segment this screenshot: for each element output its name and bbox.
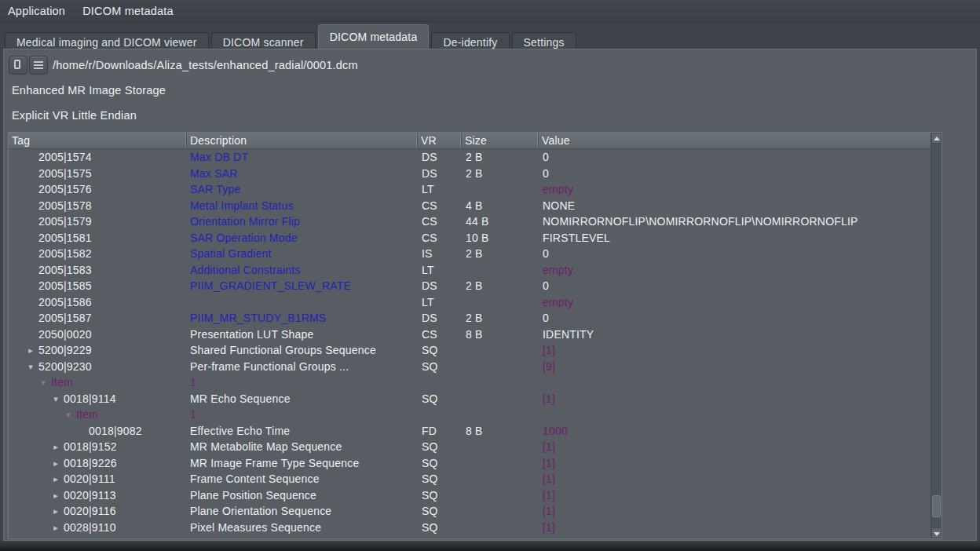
table-row[interactable]: 2005|1585 PIIM_GRADIENT_SLEW_RATE DS 2 B… bbox=[9, 278, 931, 294]
table-row[interactable]: ▾Item 1 bbox=[9, 374, 931, 391]
scrollbar-thumb[interactable] bbox=[932, 495, 941, 517]
menu-item-dicom-metadata[interactable]: DICOM metadata bbox=[82, 5, 174, 17]
description-cell: Spatial Gradient bbox=[187, 246, 418, 262]
description-cell: Presentation LUT Shape bbox=[187, 327, 418, 343]
tag-text: 2005|1581 bbox=[38, 230, 92, 246]
tag-cell: 2005|1583 bbox=[9, 262, 187, 279]
vr-cell: LT bbox=[418, 181, 462, 198]
description-cell: SAR Operation Mode bbox=[187, 230, 418, 246]
table-row[interactable]: 2005|1579 Orientation Mirror Flip CS 44 … bbox=[9, 213, 931, 230]
table-row[interactable]: ▸0018|9226 MR Image Frame Type Sequence … bbox=[9, 455, 931, 472]
expander-icon[interactable]: ▾ bbox=[48, 391, 64, 407]
size-cell: 8 B bbox=[462, 327, 539, 343]
table-row[interactable]: ▾Item 1 bbox=[9, 407, 931, 423]
tag-text: Item bbox=[76, 407, 98, 423]
size-cell: 2 B bbox=[462, 166, 539, 182]
vr-cell: DS bbox=[418, 310, 462, 327]
tab-dicom-metadata[interactable]: DICOM metadata bbox=[318, 24, 430, 49]
tag-text: 2005|1586 bbox=[38, 294, 92, 311]
table-row[interactable]: ▸0018|9152 MR Metabolite Map Sequence SQ… bbox=[9, 439, 931, 455]
value-cell: empty bbox=[539, 181, 931, 198]
table-row[interactable]: 2050|0020 Presentation LUT Shape CS 8 B … bbox=[9, 327, 931, 343]
size-cell: 10 B bbox=[462, 230, 539, 246]
description-cell: MR Metabolite Map Sequence bbox=[187, 439, 418, 455]
expander-icon[interactable]: ▸ bbox=[23, 342, 38, 359]
size-cell: 2 B bbox=[462, 278, 539, 294]
indent-spacer bbox=[23, 494, 48, 495]
description-cell: Max SAR bbox=[187, 166, 418, 182]
table-row[interactable]: 2005|1582 Spatial Gradient IS 2 B 0 bbox=[9, 246, 931, 262]
open-file-button[interactable] bbox=[9, 56, 27, 75]
indent-spacer bbox=[23, 398, 48, 399]
column-header-vr[interactable]: VR bbox=[418, 133, 462, 148]
value-cell: empty bbox=[539, 262, 931, 279]
column-header-size[interactable]: Size bbox=[462, 133, 539, 148]
column-header-tag[interactable]: Tag bbox=[9, 133, 187, 148]
table-row[interactable]: 2005|1587 PIIM_MR_STUDY_B1RMS DS 2 B 0 bbox=[9, 310, 931, 327]
table-row[interactable]: ▾0018|9114 MR Echo Sequence SQ [1] bbox=[9, 391, 931, 407]
vr-cell: LT bbox=[418, 294, 462, 311]
indent-spacer bbox=[23, 414, 60, 415]
value-cell: [1] bbox=[539, 487, 931, 504]
table-row[interactable]: 2005|1581 SAR Operation Mode CS 10 B FIR… bbox=[9, 230, 931, 246]
description-cell: Per-frame Functional Groups ... bbox=[187, 359, 418, 375]
value-cell: [9] bbox=[539, 359, 931, 375]
expander-icon[interactable]: ▾ bbox=[35, 374, 51, 391]
expander-icon[interactable]: ▸ bbox=[48, 503, 64, 520]
tag-cell: 2005|1581 bbox=[9, 230, 187, 246]
vr-cell: SQ bbox=[418, 342, 462, 359]
tag-text: 2005|1576 bbox=[38, 181, 92, 198]
indent-spacer bbox=[23, 479, 48, 480]
table-row[interactable]: 2005|1574 Max DB DT DS 2 B 0 bbox=[9, 149, 931, 166]
table-row[interactable]: 2005|1586 LT empty bbox=[9, 294, 931, 311]
table-row[interactable]: 0018|9082 Effective Echo Time FD 8 B 100… bbox=[9, 423, 931, 440]
vertical-scrollbar[interactable] bbox=[931, 133, 942, 538]
table-row[interactable]: ▸0028|9110 Pixel Measures Sequence SQ [1… bbox=[9, 520, 931, 536]
tag-cell: 2050|0020 bbox=[9, 327, 187, 343]
table-row[interactable]: 2005|1583 Additional Constraints LT empt… bbox=[9, 262, 931, 279]
description-cell: Max DB DT bbox=[187, 149, 418, 166]
expander-icon[interactable]: ▸ bbox=[48, 471, 64, 487]
tab-bar: Medical imaging and DICOM viewerDICOM sc… bbox=[5, 22, 975, 49]
vr-cell: LT bbox=[418, 262, 462, 279]
menu-item-application[interactable]: Application bbox=[8, 5, 65, 17]
description-cell bbox=[187, 294, 418, 311]
expander-icon[interactable]: ▸ bbox=[48, 455, 64, 472]
table-row[interactable]: ▸5200|9229 Shared Functional Groups Sequ… bbox=[9, 342, 931, 359]
table-row[interactable]: ▸0020|9116 Plane Orientation Sequence SQ… bbox=[9, 503, 931, 520]
description-cell: PIIM_GRADIENT_SLEW_RATE bbox=[187, 278, 418, 294]
value-cell: [1] bbox=[539, 342, 931, 359]
table-row[interactable]: ▾5200|9230 Per-frame Functional Groups .… bbox=[9, 359, 931, 375]
table-row[interactable]: 2005|1576 SAR Type LT empty bbox=[9, 181, 931, 198]
indent-spacer bbox=[23, 527, 48, 527]
description-cell: Effective Echo Time bbox=[187, 423, 418, 440]
tag-text: 0018|9152 bbox=[64, 439, 117, 455]
description-cell: 1 bbox=[187, 374, 418, 391]
table-row[interactable]: ▸0020|9111 Frame Content Sequence SQ [1] bbox=[9, 471, 931, 487]
description-cell: Pixel Measures Sequence bbox=[187, 520, 418, 536]
value-cell: FIRSTLEVEL bbox=[539, 230, 931, 246]
vr-cell: DS bbox=[418, 166, 462, 182]
scroll-down-button[interactable] bbox=[931, 527, 942, 538]
expander-icon[interactable]: ▸ bbox=[48, 520, 64, 536]
scroll-up-button[interactable] bbox=[931, 133, 942, 144]
column-header-description[interactable]: Description bbox=[187, 133, 418, 148]
expander-icon[interactable]: ▸ bbox=[48, 487, 64, 504]
tag-text: 5200|9230 bbox=[38, 359, 92, 375]
series-list-button[interactable] bbox=[29, 56, 48, 75]
value-cell: 1000 bbox=[539, 423, 931, 440]
tag-text: 0020|9116 bbox=[64, 503, 116, 520]
table-row[interactable]: 2005|1575 Max SAR DS 2 B 0 bbox=[9, 166, 931, 182]
expander-icon[interactable]: ▾ bbox=[23, 359, 38, 375]
size-cell: 2 B bbox=[462, 149, 539, 166]
size-cell: 44 B bbox=[462, 213, 539, 230]
value-cell: IDENTITY bbox=[539, 327, 931, 343]
vr-cell: DS bbox=[418, 278, 462, 294]
column-header-value[interactable]: Value bbox=[539, 133, 931, 148]
size-cell bbox=[462, 455, 539, 472]
expander-icon[interactable]: ▸ bbox=[48, 439, 64, 455]
table-row[interactable]: 2005|1578 Metal Implant Status CS 4 B NO… bbox=[9, 198, 931, 214]
expander-icon[interactable]: ▾ bbox=[60, 407, 76, 423]
vr-cell: CS bbox=[418, 327, 462, 343]
table-row[interactable]: ▸0020|9113 Plane Position Sequence SQ [1… bbox=[9, 487, 931, 504]
